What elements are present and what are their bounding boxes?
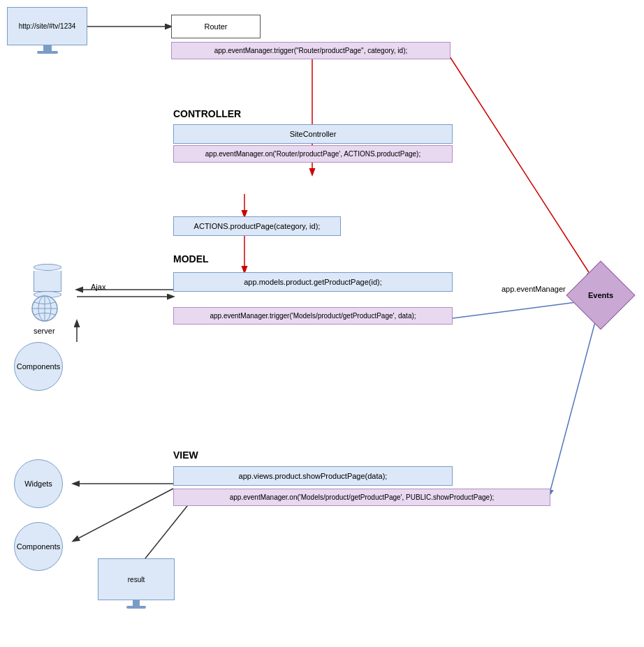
actions-box: ACTIONS.productPage(category, id); (173, 216, 341, 236)
browser-screen: http://site/#tv/1234 (7, 7, 87, 45)
controller-on-box: app.eventManager.on('Router/productPage'… (173, 145, 453, 163)
svg-line-7 (447, 300, 592, 319)
svg-line-10 (73, 489, 173, 541)
diagram-container: http://site/#tv/1234 Router app.eventMan… (0, 0, 644, 647)
components-bottom-label: Components (17, 542, 60, 551)
app-event-manager-label: app.eventManager (502, 285, 566, 293)
svg-line-2 (447, 52, 592, 278)
actions-text: ACTIONS.productPage(category, id); (194, 222, 321, 230)
router-box: Router (171, 15, 261, 38)
ajax-label: Ajax (91, 283, 105, 291)
events-label: Events (588, 291, 613, 299)
components-top-circle: Components (14, 342, 63, 391)
browser-monitor: http://site/#tv/1234 (7, 7, 87, 54)
router-label: Router (204, 22, 227, 31)
globe-icon (29, 293, 60, 325)
result-monitor-stand (133, 600, 140, 606)
controller-section-label: CONTROLLER (173, 108, 241, 119)
model-trigger-box: app.eventManager.trigger('Models/product… (173, 307, 453, 325)
model-get-box: app.models.product.getProductPage(id); (173, 272, 453, 292)
view-on-text: app.eventManager.on('Models/product/getP… (230, 493, 495, 501)
model-trigger-text: app.eventManager.trigger('Models/product… (210, 312, 416, 320)
result-screen: result (98, 558, 175, 600)
router-trigger-text: app.eventManager.trigger("Router/product… (214, 47, 408, 54)
site-controller-box: SiteController (173, 124, 453, 144)
view-show-text: app.views.product.showProductPage(data); (239, 472, 388, 480)
monitor-base (37, 51, 58, 54)
components-bottom-circle: Components (14, 522, 63, 571)
svg-line-8 (549, 314, 597, 496)
result-monitor: result (98, 558, 175, 609)
result-label: result (128, 576, 145, 583)
widgets-circle: Widgets (14, 459, 63, 508)
site-controller-label: SiteController (290, 130, 337, 138)
result-monitor-base (126, 606, 146, 609)
events-diamond: Events (566, 261, 636, 330)
controller-on-text: app.eventManager.on('Router/productPage'… (205, 150, 420, 158)
browser-url-label: http://site/#tv/1234 (19, 22, 76, 30)
components-top-label: Components (17, 362, 60, 371)
model-section-label: MODEL (173, 253, 209, 265)
cylinder-body (34, 271, 61, 292)
model-get-text: app.models.product.getProductPage(id); (244, 278, 382, 286)
view-on-box: app.eventManager.on('Models/product/getP… (173, 489, 550, 506)
view-show-box: app.views.product.showProductPage(data); (173, 466, 453, 486)
monitor-stand (43, 45, 52, 51)
router-trigger-box: app.eventManager.trigger("Router/product… (171, 42, 451, 59)
widgets-label: Widgets (24, 479, 52, 488)
cylinder-top (34, 264, 61, 271)
server-label: server (34, 327, 55, 335)
svg-line-11 (140, 496, 196, 565)
view-section-label: VIEW (173, 449, 198, 461)
